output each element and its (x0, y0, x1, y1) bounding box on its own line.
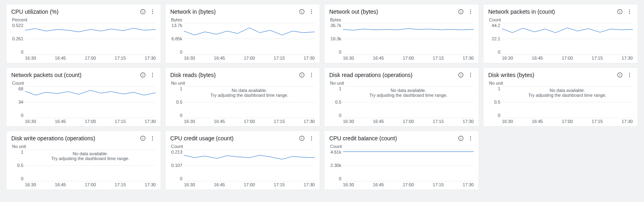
svg-point-53 (152, 140, 153, 140)
info-icon[interactable] (458, 135, 464, 142)
kebab-menu-icon[interactable] (467, 135, 474, 142)
chart-area[interactable]: 68340 (11, 86, 156, 118)
kebab-menu-icon[interactable] (626, 8, 633, 15)
x-tick: 17:30 (144, 119, 156, 124)
x-tick: 17:30 (303, 119, 315, 124)
kebab-menu-icon[interactable] (149, 72, 156, 78)
x-tick: 17:00 (85, 56, 96, 60)
widget-title: CPU credit usage (count) (170, 135, 233, 142)
widget-title: Network out (bytes) (329, 8, 378, 15)
info-icon[interactable] (140, 135, 146, 142)
plot-area (184, 23, 315, 54)
info-icon[interactable] (299, 8, 305, 15)
svg-point-50 (142, 137, 143, 137)
svg-point-5 (152, 13, 153, 14)
y-axis: 0.5220.2610 (11, 23, 25, 54)
chart-area[interactable]: 4.61k2.30k0 (329, 150, 474, 181)
widget-title: Network packets in (count) (488, 8, 555, 15)
widget-header: Disk read operations (operations) (329, 72, 474, 78)
x-tick: 16:30 (184, 182, 195, 187)
no-data-line: No data available. (549, 88, 585, 93)
widget-header: Network packets in (count) (488, 8, 633, 15)
y-tick: 0.5 (176, 100, 182, 104)
info-icon[interactable] (140, 8, 146, 15)
unit-label: No unit (11, 144, 156, 149)
widget-header: Network in (bytes) (170, 8, 315, 15)
metric-widget: CPU credit usage (count)Count0.2130.1070… (165, 131, 320, 190)
x-tick: 17:00 (562, 119, 573, 124)
x-tick: 17:15 (592, 119, 603, 124)
metric-widget: Disk writes (bytes)No unit10.50No data a… (483, 67, 638, 127)
widget-header: CPU utilization (%) (11, 8, 156, 15)
svg-point-47 (629, 76, 630, 77)
widget-header: CPU credit balance (count) (329, 135, 474, 142)
metrics-dashboard: CPU utilization (%)Percent0.5220.261016:… (0, 0, 644, 196)
x-tick: 16:45 (373, 56, 384, 60)
chart-area[interactable]: 44.222.10 (488, 23, 633, 54)
x-tick: 17:30 (144, 56, 156, 60)
metric-widget: Network packets out (count)Count6834016:… (6, 67, 161, 127)
chart-area[interactable]: 10.50No data available.Try adjusting the… (170, 86, 315, 118)
chart-area[interactable]: 10.50No data available.Try adjusting the… (488, 86, 633, 118)
x-tick: 17:00 (85, 182, 96, 187)
widget-actions (299, 8, 315, 15)
info-icon[interactable] (617, 72, 623, 78)
x-tick: 17:30 (462, 56, 474, 60)
svg-point-15 (470, 9, 471, 10)
info-icon[interactable] (140, 72, 146, 78)
plot-area: No data available.Try adjusting the dash… (25, 150, 156, 181)
svg-point-56 (301, 137, 302, 137)
widget-title: Disk write operations (operations) (11, 135, 95, 142)
chart-area[interactable]: 10.50No data available.Try adjusting the… (329, 86, 474, 118)
widget-title: Disk reads (bytes) (170, 72, 216, 78)
widget-title: Network packets out (count) (11, 72, 81, 78)
kebab-menu-icon[interactable] (308, 72, 315, 78)
kebab-menu-icon[interactable] (467, 72, 474, 78)
info-icon[interactable] (299, 135, 305, 142)
kebab-menu-icon[interactable] (308, 135, 315, 142)
svg-point-9 (311, 9, 312, 10)
y-tick: 34 (19, 100, 23, 104)
kebab-menu-icon[interactable] (308, 8, 315, 15)
y-tick: 0 (21, 113, 23, 118)
svg-point-23 (629, 13, 630, 14)
info-icon[interactable] (617, 8, 623, 15)
svg-point-14 (460, 10, 461, 11)
svg-point-29 (152, 76, 153, 77)
kebab-menu-icon[interactable] (149, 8, 156, 15)
svg-point-4 (152, 11, 153, 12)
svg-point-20 (619, 10, 620, 11)
x-tick: 17:15 (274, 56, 285, 60)
y-tick: 0.5 (335, 100, 341, 104)
info-icon[interactable] (458, 8, 464, 15)
info-icon[interactable] (458, 72, 464, 78)
svg-point-59 (311, 140, 312, 140)
widget-header: Disk write operations (operations) (11, 135, 156, 142)
chart-area[interactable]: 10.50No data available.Try adjusting the… (11, 150, 156, 181)
svg-point-17 (470, 13, 471, 14)
metric-widget: Network packets in (count)Count44.222.10… (483, 4, 638, 63)
x-tick: 16:45 (55, 182, 66, 187)
chart-area[interactable]: 36.7k18.3k0 (329, 23, 474, 54)
chart-area[interactable]: 13.7k6.85k0 (170, 23, 315, 54)
chart-area[interactable]: 0.5220.2610 (11, 23, 156, 54)
kebab-menu-icon[interactable] (467, 8, 474, 15)
x-tick: 16:30 (343, 182, 354, 187)
y-tick: 13.7k (171, 23, 182, 28)
unit-label: Percent (11, 17, 156, 22)
unit-label: Bytes (329, 17, 474, 22)
svg-point-41 (470, 76, 471, 77)
metric-widget: CPU utilization (%)Percent0.5220.261016:… (6, 4, 161, 63)
kebab-menu-icon[interactable] (626, 72, 633, 78)
x-axis: 16:3016:4517:0017:1517:30 (329, 119, 474, 124)
kebab-menu-icon[interactable] (149, 135, 156, 142)
x-tick: 16:30 (502, 119, 513, 124)
y-tick: 1 (21, 150, 23, 154)
y-axis: 10.50 (11, 150, 25, 181)
plot-area (25, 86, 156, 118)
no-data-line: Try adjusting the dashboard time range. (528, 93, 606, 98)
unit-label: No unit (488, 81, 633, 85)
info-icon[interactable] (299, 72, 305, 78)
chart-area[interactable]: 0.2130.1070 (170, 150, 315, 181)
no-data-line: No data available. (72, 151, 108, 156)
